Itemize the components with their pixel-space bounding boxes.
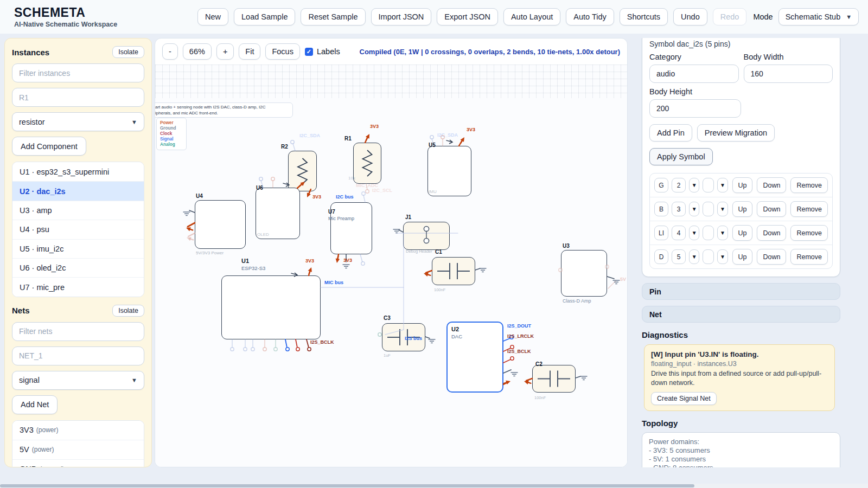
component-U7[interactable] — [330, 202, 372, 254]
wire — [425, 337, 430, 338]
nets-isolate-button[interactable]: Isolate — [112, 305, 144, 317]
pin-name-input[interactable] — [654, 226, 668, 240]
pin-remove-button[interactable]: Remove — [790, 177, 828, 193]
pin-kind-select[interactable]: ▼ — [717, 249, 727, 264]
body-width-input[interactable] — [744, 65, 833, 83]
pin-number-input[interactable] — [672, 226, 686, 240]
instance-item[interactable]: U3 · amp — [12, 201, 144, 220]
load-sample-button[interactable]: Load Sample — [234, 8, 295, 25]
power-arrow-icon — [461, 137, 464, 142]
body-height-input[interactable] — [649, 99, 741, 118]
component-C2[interactable] — [532, 365, 576, 393]
warning-meta: floating_input · instances.U3 — [651, 360, 828, 368]
component-R1[interactable] — [353, 143, 381, 184]
net-section-header[interactable]: Net — [642, 306, 840, 323]
component-U4[interactable] — [195, 200, 246, 249]
pin-down-button[interactable]: Down — [757, 249, 786, 265]
reset-sample-button[interactable]: Reset Sample — [301, 8, 365, 25]
component-U1[interactable] — [221, 275, 321, 339]
pin-number-input[interactable] — [672, 178, 686, 192]
pin-extra-input[interactable] — [703, 202, 714, 216]
pin-up-button[interactable]: Up — [732, 201, 753, 217]
zoom-in-button[interactable]: + — [216, 43, 234, 60]
mode-select[interactable]: Schematic Stub ▼ — [778, 8, 859, 25]
wire — [285, 339, 287, 348]
schematic-label: 10k — [348, 176, 355, 181]
pin-section-header[interactable]: Pin — [642, 283, 840, 300]
schematic-note[interactable]: art audio + sensing node with I2S DAC, c… — [155, 102, 293, 118]
schematic-canvas[interactable]: art audio + sensing node with I2S DAC, c… — [155, 65, 627, 467]
filter-nets-input[interactable] — [12, 322, 144, 341]
labels-checkbox[interactable]: ✓ — [305, 48, 313, 56]
pin-extra-input[interactable] — [703, 249, 714, 264]
component-R2[interactable] — [288, 151, 317, 191]
component-J1[interactable] — [403, 222, 450, 250]
net-name-input[interactable] — [12, 346, 144, 365]
net-type-select[interactable]: signal ▼ — [12, 371, 144, 390]
pin-up-button[interactable]: Up — [732, 249, 753, 265]
preview-migration-button[interactable]: Preview Migration — [697, 124, 775, 142]
category-input[interactable] — [649, 65, 739, 83]
instance-name-input[interactable] — [12, 88, 144, 107]
pin-side-select[interactable]: ▼ — [689, 178, 699, 192]
component-U6[interactable] — [256, 188, 300, 239]
pin-name-input[interactable] — [654, 178, 668, 192]
pin-up-button[interactable]: Up — [732, 225, 753, 241]
net-item[interactable]: 5V(power) — [12, 440, 144, 459]
auto-tidy-button[interactable]: Auto Tidy — [566, 8, 614, 25]
import-json-button[interactable]: Import JSON — [371, 8, 432, 25]
create-signal-net-button[interactable]: Create Signal Net — [651, 392, 717, 405]
pin-side-select[interactable]: ▼ — [689, 226, 699, 240]
auto-layout-button[interactable]: Auto Layout — [503, 8, 560, 25]
filter-instances-input[interactable] — [12, 63, 144, 82]
diagnostics-title: Diagnostics — [642, 330, 864, 339]
zoom-out-button[interactable]: - — [162, 43, 178, 60]
pin-extra-input[interactable] — [703, 226, 714, 240]
pin-number-input[interactable] — [672, 249, 686, 264]
add-net-button[interactable]: Add Net — [12, 395, 58, 414]
focus-button[interactable]: Focus — [265, 43, 300, 60]
pin-up-button[interactable]: Up — [732, 177, 753, 193]
zoom-level-button[interactable]: 66% — [183, 43, 212, 60]
new-button[interactable]: New — [197, 8, 228, 25]
component-U3[interactable] — [561, 250, 607, 297]
pin-side-select[interactable]: ▼ — [689, 249, 699, 264]
fit-button[interactable]: Fit — [239, 43, 260, 60]
component-type-select[interactable]: resistor ▼ — [12, 112, 144, 131]
pin-side-select[interactable]: ▼ — [689, 202, 699, 216]
net-item[interactable]: 3V3(power) — [12, 421, 144, 440]
pin-remove-button[interactable]: Remove — [790, 201, 828, 217]
schematic-label: U5 — [429, 142, 436, 148]
instance-item[interactable]: U5 · imu_i2c — [12, 239, 144, 258]
instance-item[interactable]: U6 · oled_i2c — [12, 258, 144, 277]
instance-item[interactable]: U2 · dac_i2s — [12, 181, 144, 200]
export-json-button[interactable]: Export JSON — [437, 8, 498, 25]
pin-kind-select[interactable]: ▼ — [717, 178, 727, 192]
pin-kind-select[interactable]: ▼ — [717, 202, 727, 216]
add-component-button[interactable]: Add Component — [12, 137, 86, 156]
topology-box: Power domains:- 3V3: 5 consumers- 5V: 1 … — [642, 432, 840, 467]
net-item[interactable]: GND(ground) — [12, 459, 144, 467]
pin-down-button[interactable]: Down — [757, 177, 786, 193]
shortcuts-button[interactable]: Shortcuts — [620, 8, 668, 25]
pin-name-input[interactable] — [654, 249, 668, 264]
horizontal-scrollbar[interactable] — [0, 484, 868, 488]
pin-remove-button[interactable]: Remove — [790, 225, 828, 241]
instance-item[interactable]: U4 · psu — [12, 220, 144, 239]
pin-kind-select[interactable]: ▼ — [717, 226, 727, 240]
pin-circle — [366, 190, 369, 193]
instance-item[interactable]: U1 · esp32_s3_supermini — [12, 162, 144, 181]
instances-isolate-button[interactable]: Isolate — [112, 46, 144, 58]
instance-item[interactable]: U7 · mic_pre — [12, 277, 144, 296]
pin-down-button[interactable]: Down — [757, 225, 786, 241]
pin-number-input[interactable] — [672, 202, 686, 216]
undo-button[interactable]: Undo — [673, 8, 707, 25]
component-C1[interactable] — [432, 257, 475, 285]
pin-extra-input[interactable] — [703, 178, 714, 192]
pin-down-button[interactable]: Down — [757, 201, 786, 217]
add-pin-button[interactable]: Add Pin — [649, 124, 692, 142]
pin-name-input[interactable] — [654, 202, 668, 216]
apply-symbol-button[interactable]: Apply Symbol — [649, 148, 713, 165]
scrollbar-thumb[interactable] — [0, 484, 694, 487]
pin-remove-button[interactable]: Remove — [790, 249, 828, 265]
